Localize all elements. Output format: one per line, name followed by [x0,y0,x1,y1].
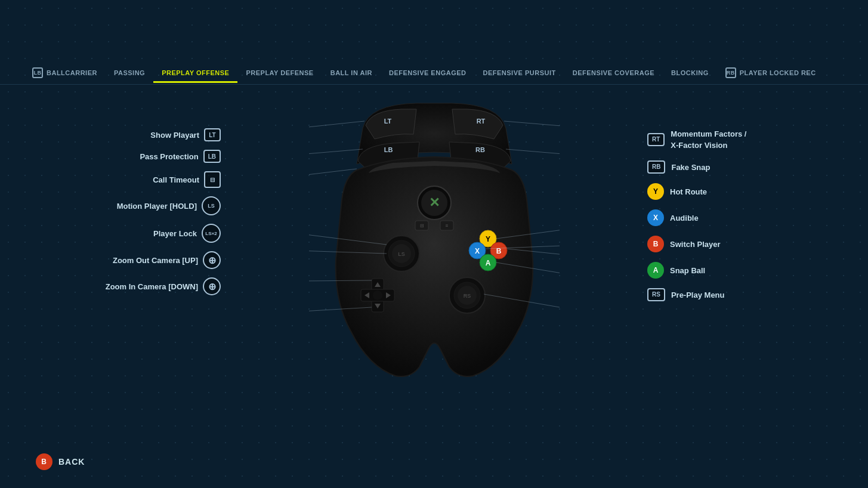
nav-tab-defensive-pursuit[interactable]: DEFENSIVE PURSUIT [475,64,564,83]
left-labels: Show PlayartLTPass ProtectionLBCall Time… [18,92,221,295]
tab-label: BLOCKING [671,69,709,76]
b-button: B [647,236,664,252]
dpad-down-badge: ⊕ [203,277,221,295]
svg-text:A: A [485,259,490,267]
left-label-1: Pass ProtectionLB [18,150,221,163]
rt-badge: RT [647,133,665,146]
svg-line-34 [309,121,365,141]
svg-line-41 [504,121,560,137]
right-label-text: Audible [670,214,699,223]
nav-tab-defensive-engaged[interactable]: DEFENSIVE ENGAGED [381,64,475,83]
svg-text:X: X [474,247,479,255]
svg-line-35 [309,149,363,165]
center-controller: LT RT LB RB ✕ [221,92,647,391]
svg-text:LT: LT [384,118,391,125]
back-b-button: B [36,453,52,470]
tab-label: PREPLAY OFFENSE [162,69,229,76]
left-label-text: Pass Protection [140,152,198,161]
rs-badge: RS [647,288,665,301]
left-label-3: Motion Player [HOLD]LS [18,196,221,215]
ls2-badge: LS×2 [202,224,221,243]
nav-tab-player-locked-rec[interactable]: RBPLAYER LOCKED REC [717,63,824,85]
lb-badge: LB [203,150,221,163]
svg-text:⊟: ⊟ [419,223,424,228]
left-label-text: Call Timeout [153,175,199,184]
right-label-text: Hot Route [670,187,707,196]
tab-badge: RB [725,67,736,78]
nav-tab-ball-in-air[interactable]: BALL IN AIR [322,64,381,83]
menu-badge: ⊟ [204,171,221,188]
x-button: X [647,209,664,226]
rb-badge: RB [647,160,665,174]
left-label-text: Zoom Out Camera [UP] [113,256,198,265]
right-label-text: Fake Snap [671,163,710,172]
left-label-text: Player Lock [153,229,197,238]
right-labels: RTMomentum Factors /X-Factor VisionRBFak… [647,92,850,301]
tab-label: DEFENSIVE COVERAGE [573,69,654,76]
tab-label: PREPLAY DEFENSE [246,69,313,76]
left-label-2: Call Timeout⊟ [18,171,221,188]
right-label-text: Snap Ball [670,266,705,275]
svg-line-42 [506,149,560,165]
watermark-left [0,0,5,2]
left-label-6: Zoom In Camera [DOWN]⊕ [18,277,221,295]
controller-svg: LT RT LB RB ✕ [309,92,560,391]
left-label-0: Show PlayartLT [18,128,221,141]
right-label-6: RSPre-Play Menu [647,288,725,301]
dpad-up-badge: ⊕ [203,251,221,269]
right-label-0: RTMomentum Factors /X-Factor Vision [647,128,746,151]
left-label-text: Zoom In Camera [DOWN] [106,282,198,291]
left-label-4: Player LockLS×2 [18,224,221,243]
tab-label: PASSING [114,69,145,76]
tab-label: DEFENSIVE PURSUIT [483,69,556,76]
nav-tab-defensive-coverage[interactable]: DEFENSIVE COVERAGE [564,64,663,83]
controller: LT RT LB RB ✕ [309,92,560,391]
nav-bar: LBBALLCARRIERPASSINGPREPLAY OFFENSEPREPL… [0,63,868,85]
right-label-5: ASnap Ball [647,262,705,279]
svg-text:LS: LS [398,251,405,257]
right-label-text: Pre-Play Menu [671,291,725,299]
right-label-text: Switch Player [670,240,721,249]
y-button: Y [647,183,664,200]
svg-text:RS: RS [463,293,471,299]
tab-badge: LB [32,67,43,78]
tab-label: BALLCARRIER [47,69,97,76]
nav-tab-preplay-offense[interactable]: PREPLAY OFFENSE [153,64,237,83]
back-button[interactable]: B BACK [36,453,85,470]
main-layout: Show PlayartLTPass ProtectionLBCall Time… [0,92,868,488]
right-label-2: YHot Route [647,183,707,200]
nav-tab-ballcarrier[interactable]: LBBALLCARRIER [24,63,106,85]
svg-text:≡: ≡ [445,223,448,228]
tab-label: BALL IN AIR [330,69,372,76]
svg-text:✕: ✕ [429,195,440,210]
right-label-4: BSwitch Player [647,236,721,252]
left-label-text: Motion Player [HOLD] [117,202,197,211]
a-button: A [647,262,664,279]
nav-tab-blocking[interactable]: BLOCKING [663,64,717,83]
svg-text:Y: Y [485,235,490,243]
svg-point-17 [373,291,382,300]
nav-tab-passing[interactable]: PASSING [106,64,153,83]
ls-badge: LS [202,196,221,215]
right-label-text: Momentum Factors /X-Factor Vision [671,129,746,150]
back-label: BACK [58,457,85,467]
right-label-1: RBFake Snap [647,160,710,174]
right-label-3: XAudible [647,209,699,226]
lt-badge: LT [204,128,221,141]
tab-label: DEFENSIVE ENGAGED [389,69,467,76]
svg-text:LB: LB [384,146,393,153]
tab-label: PLAYER LOCKED REC [740,69,816,76]
left-label-text: Show Playart [150,131,199,140]
nav-tab-preplay-defense[interactable]: PREPLAY DEFENSE [237,64,322,83]
svg-text:RT: RT [476,118,485,125]
watermark-right [863,0,868,2]
svg-text:RB: RB [475,146,485,153]
left-label-5: Zoom Out Camera [UP]⊕ [18,251,221,269]
